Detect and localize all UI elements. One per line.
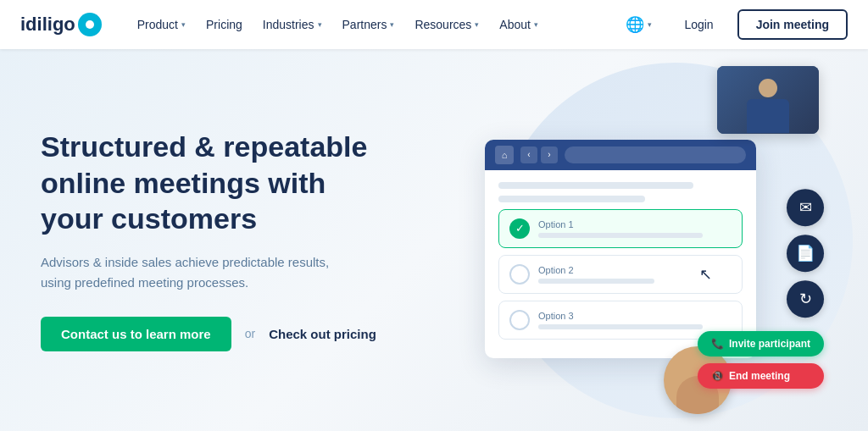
option-2-circle: [509, 264, 530, 285]
end-meeting-button[interactable]: 📵 End meeting: [698, 363, 824, 389]
nav-item-industries[interactable]: Industries ▾: [254, 13, 331, 36]
hero-actions: Contact us to learn more or Check out pr…: [41, 317, 387, 351]
chevron-down-icon: ▾: [318, 20, 322, 29]
chevron-down-icon: ▾: [475, 20, 479, 29]
nav-links: Product ▾ Pricing Industries ▾ Partners …: [129, 13, 618, 36]
video-thumbnail: [717, 66, 819, 134]
refresh-icon: ↻: [799, 290, 812, 308]
hero-left: Structured & repeatable online meetings …: [41, 49, 414, 431]
logo[interactable]: idiligo: [20, 13, 102, 36]
option-1-bar: [538, 233, 703, 238]
chevron-down-icon: ▾: [181, 20, 186, 29]
contact-us-button[interactable]: Contact us to learn more: [41, 317, 231, 351]
option-2-bar: [538, 279, 654, 284]
hero-headline: Structured & repeatable online meetings …: [41, 129, 387, 237]
hero-right: ⌂ ‹ › ✓ Option 1: [414, 49, 827, 431]
content-line-1: [498, 182, 693, 189]
browser-mockup: ⌂ ‹ › ✓ Option 1: [485, 140, 756, 358]
forward-button[interactable]: ›: [541, 146, 558, 163]
back-button[interactable]: ‹: [520, 146, 537, 163]
logo-text: idiligo: [20, 14, 75, 36]
chevron-down-icon: ▾: [648, 20, 652, 29]
nav-item-pricing[interactable]: Pricing: [198, 13, 251, 36]
cursor-icon: ↖: [699, 265, 712, 284]
meeting-action-buttons: 📞 Invite participant 📵 End meeting: [698, 331, 824, 389]
invite-label: Invite participant: [729, 338, 810, 350]
check-pricing-link[interactable]: Check out pricing: [269, 327, 376, 341]
person-head: [759, 79, 777, 97]
option-3-circle: [509, 310, 530, 330]
language-selector[interactable]: 🌐 ▾: [617, 10, 660, 39]
option-1-text: Option 1: [538, 219, 732, 238]
nav-item-about[interactable]: About ▾: [491, 13, 547, 36]
person-body: [747, 99, 789, 133]
refresh-button[interactable]: ↻: [787, 280, 824, 318]
option-3-text: Option 3: [538, 311, 732, 329]
nav-item-resources[interactable]: Resources ▾: [406, 13, 487, 36]
content-line-2: [498, 196, 645, 202]
login-button[interactable]: Login: [670, 13, 726, 36]
join-meeting-button[interactable]: Join meeting: [737, 9, 848, 40]
video-person: [717, 66, 819, 134]
nav-right: 🌐 ▾ Login Join meeting: [617, 9, 848, 40]
option-1-check-icon: ✓: [509, 218, 530, 239]
logo-icon: [78, 13, 102, 36]
envelope-icon: ✉: [799, 198, 812, 217]
hero-section: Structured & repeatable online meetings …: [0, 49, 868, 431]
nav-item-product[interactable]: Product ▾: [129, 13, 194, 36]
email-button[interactable]: ✉: [787, 189, 824, 226]
hero-subtext: Advisors & inside sales achieve predicta…: [41, 252, 363, 293]
document-icon: 📄: [796, 244, 815, 262]
home-icon: ⌂: [495, 146, 514, 164]
action-icon-buttons: ✉ 📄 ↻: [787, 189, 824, 318]
option-1-item[interactable]: ✓ Option 1: [498, 209, 743, 248]
browser-url-bar[interactable]: [565, 146, 746, 163]
browser-content: ✓ Option 1 Option 2: [485, 170, 756, 358]
nav-item-partners[interactable]: Partners ▾: [334, 13, 403, 36]
phone-icon: 📞: [711, 338, 724, 350]
globe-icon: 🌐: [626, 15, 644, 34]
person-silhouette: [743, 79, 793, 134]
navbar: idiligo Product ▾ Pricing Industries ▾ P…: [0, 0, 868, 49]
end-phone-icon: 📵: [711, 370, 724, 382]
option-3-bar: [538, 324, 703, 329]
invite-participant-button[interactable]: 📞 Invite participant: [698, 331, 824, 356]
cta-or-text: or: [245, 327, 255, 340]
option-1-label: Option 1: [538, 219, 732, 229]
end-label: End meeting: [729, 370, 790, 382]
browser-nav-buttons: ‹ ›: [520, 146, 558, 163]
browser-bar: ⌂ ‹ ›: [485, 140, 756, 170]
option-3-label: Option 3: [538, 311, 732, 321]
chevron-down-icon: ▾: [390, 20, 394, 29]
chevron-down-icon: ▾: [534, 20, 538, 29]
document-button[interactable]: 📄: [787, 235, 824, 272]
